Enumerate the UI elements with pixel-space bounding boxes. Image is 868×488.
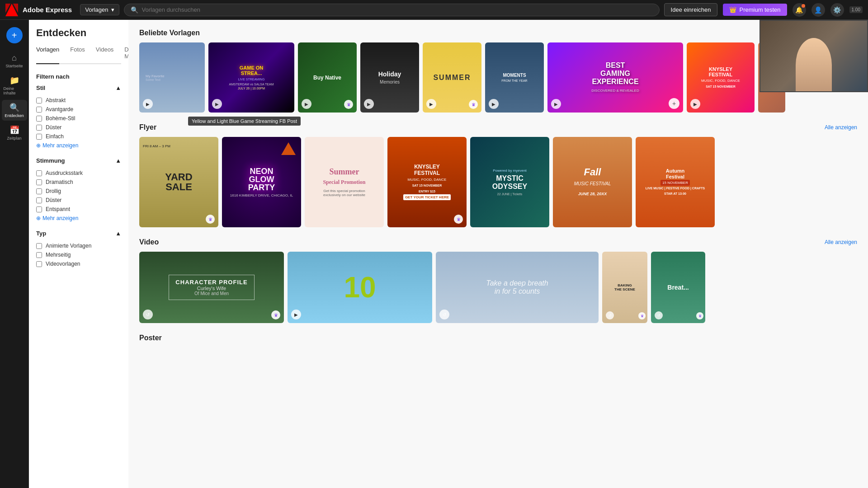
template-card-breath[interactable]: Take a deep breathin for 5 counts ↺ (436, 252, 599, 323)
card-text-char: CHARACTER PROFILE Curley's Wife Of Mice … (139, 252, 284, 323)
card-text-gaming2: BESTGAMINGEXPERIENCE DISCOVERED & REVEAL… (547, 42, 683, 113)
chevron-down-icon: ▾ (111, 6, 114, 13)
premium-testen-button[interactable]: 👑 Premium testen (723, 4, 787, 16)
premium-badge-yardsale: ♛ (206, 215, 215, 224)
card-text-summer2: SummerSpecial Promotion Get this special… (305, 137, 384, 227)
premium-badge-baking: ♛ (638, 312, 646, 319)
video-overlay-content (760, 21, 867, 91)
section-header-poster: Poster (139, 334, 857, 342)
filter-section-header-typ[interactable]: Typ ▲ (36, 230, 121, 237)
filter-section-header-stimmung[interactable]: Stimmung ▲ (36, 157, 121, 164)
sidebar-item-entdecken[interactable]: 🔍 Entdecken (2, 100, 27, 121)
search-icon: 🔍 (131, 6, 138, 14)
template-card-yardsale[interactable]: FRI 8 AM – 3 PM YARDSALE ♛ (139, 137, 218, 227)
home-icon: ⌂ (12, 53, 17, 63)
plus-circle-icon-stimmung: ⊕ (36, 215, 41, 221)
notification-dot (802, 4, 805, 8)
filter-item-videovorlagen[interactable]: Videovorlagen (36, 259, 121, 268)
filter-item-animierte[interactable]: Animierte Vorlagen (36, 241, 121, 250)
section-title-flyer: Flyer (139, 123, 156, 131)
card-text-breath: Take a deep breathin for 5 counts (436, 252, 599, 323)
filter-item-ausdrucksstark[interactable]: Ausdrucksstark (36, 169, 121, 178)
filter-section-header-stil[interactable]: Stil ▲ (36, 84, 121, 91)
content-area: Beliebte Vorlagen My Favorite Some Text … (128, 20, 868, 488)
tab-vorlagen[interactable]: Vorlagen (36, 46, 59, 64)
calendar-icon: 📅 (9, 125, 19, 135)
filter-item-abstrakt[interactable]: Abstrakt (36, 96, 121, 105)
user-avatar[interactable]: 👤 (811, 3, 825, 17)
mehr-anzeigen-stil[interactable]: ⊕ Mehr anzeigen (36, 141, 121, 150)
mehr-anzeigen-stimmung[interactable]: ⊕ Mehr anzeigen (36, 214, 121, 223)
chevron-up-icon-stimmung: ▲ (115, 157, 121, 164)
template-card-breathe2[interactable]: Breat... ↺ ♛ (651, 252, 705, 323)
play-icon-holiday: ▶ (364, 99, 374, 109)
settings-icon[interactable]: ⚙️ (830, 3, 844, 17)
triangle-icon-neon (281, 142, 296, 155)
card-text-fall: FallMUSIC FESTIVALJUNE 28, 20XX (553, 137, 632, 227)
tab-fotos[interactable]: Fotos (70, 46, 85, 63)
left-sidebar: + ⌂ Startseite 📁 Deine Inhalte 🔍 Entdeck… (0, 20, 29, 488)
sidebar-label-deine-inhalte: Deine Inhalte (4, 86, 25, 95)
idee-einreichen-button[interactable]: Idee einreichen (664, 3, 718, 16)
search-input[interactable] (142, 6, 653, 13)
template-card-neon[interactable]: NEONGLOWPARTY 1616 KIMBERLY DRIVE, CHICA… (222, 137, 301, 227)
tab-design-material[interactable]: Design-Material (124, 46, 128, 63)
filter-item-duster-stimmung[interactable]: Düster (36, 196, 121, 205)
chevron-up-icon-typ: ▲ (115, 230, 121, 237)
play-icon-breath: ↺ (439, 310, 449, 319)
section-header-flyer: Flyer Alle anzeigen (139, 123, 857, 131)
page-title: Entdecken (36, 27, 121, 39)
play-icon-moments: ▶ (489, 99, 499, 109)
template-card-summer2[interactable]: SummerSpecial Promotion Get this special… (305, 137, 384, 227)
folder-icon: 📁 (9, 75, 19, 85)
play-icon-gaming2: ▶ (551, 99, 561, 109)
filter-item-dramatisch[interactable]: Dramatisch (36, 178, 121, 187)
template-card-fall[interactable]: FallMUSIC FESTIVALJUNE 28, 20XX (553, 137, 632, 227)
sidebar-item-startseite[interactable]: ⌂ Startseite (2, 51, 27, 71)
filter-item-entspannt[interactable]: Entspannt (36, 205, 121, 214)
template-card-knysley2[interactable]: KNYSLEYFESTIVALMUSIC, FOOD, DANCESAT 15 … (387, 137, 467, 227)
card-text-ten: 10 (288, 252, 432, 323)
play-icon-knysley: ▶ (690, 99, 700, 109)
play-icon-breathe2: ↺ (655, 311, 663, 319)
template-card-moments[interactable]: MOMENTSFROM THE YEAR ▶ (485, 42, 544, 113)
alle-anzeigen-flyer[interactable]: Alle anzeigen (825, 124, 857, 131)
notification-icon[interactable]: 🔔 (793, 3, 806, 17)
template-card-char[interactable]: CHARACTER PROFILE Curley's Wife Of Mice … (139, 252, 284, 323)
card-text-yardsale: FRI 8 AM – 3 PM YARDSALE (139, 137, 218, 227)
vorlagen-dropdown[interactable]: Vorlagen ▾ (80, 4, 119, 15)
template-card-mystic[interactable]: Powered by myevent MYSTICODYSSEY 22 JUNE… (470, 137, 549, 227)
video-overlay (760, 20, 868, 92)
template-card-autumn[interactable]: AutumnFestival15 NOVEMBERLIVE MUSIC | FE… (636, 137, 715, 227)
template-card-green[interactable]: Buy Native ▶ ♛ (298, 42, 357, 113)
section-header-video: Video Alle anzeigen (139, 238, 857, 246)
filter-item-drollig[interactable]: Drollig (36, 187, 121, 196)
play-icon-gaming: ▶ (212, 99, 222, 109)
filter-item-duster-stil[interactable]: Düster (36, 123, 121, 132)
template-card-ten[interactable]: 10 ▶ (288, 252, 432, 323)
card-text-autumn: AutumnFestival15 NOVEMBERLIVE MUSIC | FE… (636, 137, 715, 227)
template-card-baking[interactable]: BAKINGTHE SCENE ↺ ♛ (602, 252, 647, 323)
filter-item-einfach[interactable]: Einfach (36, 132, 121, 141)
template-card-gaming2[interactable]: BESTGAMINGEXPERIENCE DISCOVERED & REVEAL… (547, 42, 683, 113)
filter-item-boheme[interactable]: Bohème-Stil (36, 114, 121, 123)
sidebar-label-entdecken: Entdecken (5, 113, 24, 118)
premium-badge-char: ♛ (271, 310, 280, 319)
section-beliebte-vorlagen: Beliebte Vorlagen My Favorite Some Text … (139, 29, 857, 113)
template-card-mountain[interactable]: My Favorite Some Text ▶ (139, 42, 205, 113)
filter-item-mehrseitig[interactable]: Mehrseitig (36, 250, 121, 259)
search-bar[interactable]: 🔍 (124, 4, 660, 16)
add-button[interactable]: + (6, 27, 23, 43)
alle-anzeigen-video[interactable]: Alle anzeigen (825, 239, 857, 245)
tab-videos[interactable]: Videos (96, 46, 114, 63)
video-person-silhouette (796, 38, 832, 92)
template-card-summer[interactable]: SUMMER ▶ ♛ (423, 42, 481, 113)
template-card-holiday[interactable]: Holiday Memories ▶ (360, 42, 419, 113)
sidebar-item-deine-inhalte[interactable]: 📁 Deine Inhalte (2, 73, 27, 98)
template-card-gaming[interactable]: GAME ONSTREA... LIVE STREAMING AMSTERDAM… (208, 42, 294, 113)
sidebar-item-zeitplan[interactable]: 📅 Zeitplan (2, 122, 27, 143)
template-card-knysley[interactable]: KNYSLEYFESTIVALMUSIC, FOOD, DANCESAT 15 … (687, 42, 755, 113)
adobe-logo[interactable] (5, 4, 18, 16)
filter-item-avantgarde[interactable]: Avantgarde (36, 105, 121, 114)
filter-section-stil: Stil ▲ Abstrakt Avantgarde Bohème-Stil D… (36, 84, 121, 150)
